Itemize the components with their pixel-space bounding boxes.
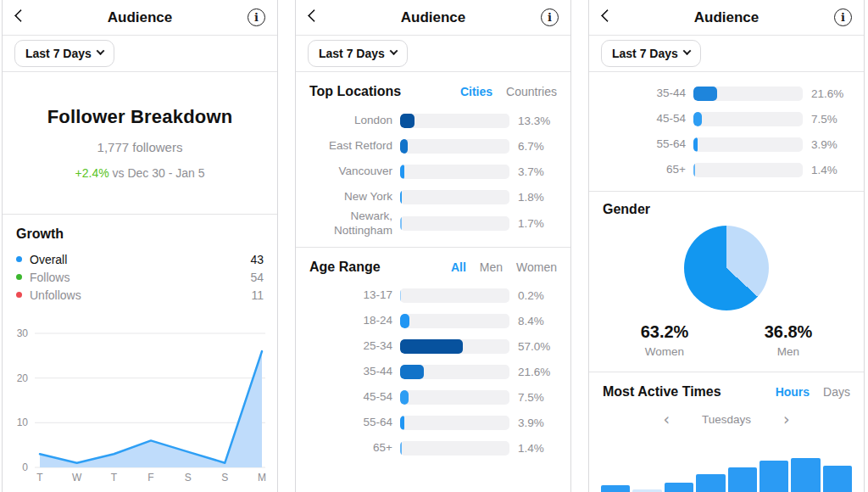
delta-period: vs Dec 30 - Jan 5 xyxy=(109,166,205,180)
bar-fill xyxy=(400,139,408,154)
svg-text:T: T xyxy=(111,472,118,484)
svg-text:S: S xyxy=(221,472,228,484)
bar-fill xyxy=(400,190,402,204)
svg-text:20: 20 xyxy=(17,372,29,384)
back-chevron-icon[interactable] xyxy=(601,9,615,23)
women-label: Women xyxy=(603,345,726,358)
chevron-down-icon xyxy=(389,47,398,55)
bar-row: 55-643.9% xyxy=(603,131,850,157)
tab-days[interactable]: Days xyxy=(823,385,850,399)
active-times-header: Most Active Times Hours Days xyxy=(589,372,864,405)
tab-women[interactable]: Women xyxy=(516,260,557,274)
age-range-header: Age Range All Men Women xyxy=(296,248,570,280)
tab-hours[interactable]: Hours xyxy=(776,385,810,399)
svg-text:T: T xyxy=(36,472,43,484)
panel-gender-active-times: Audience i Last 7 Days 35-4421.6%45-547.… xyxy=(588,0,865,492)
bar-value: 21.6% xyxy=(518,366,557,378)
filter-row: Last 7 Days xyxy=(3,36,277,72)
bar-track xyxy=(693,163,803,177)
filter-row: Last 7 Days xyxy=(296,36,570,72)
tab-countries[interactable]: Countries xyxy=(506,85,557,98)
bar-track xyxy=(400,165,509,179)
active-times-tabs: Hours Days xyxy=(776,385,850,399)
follower-count: 1,777 followers xyxy=(97,140,183,154)
bar-label: Newark, Nottingham xyxy=(309,210,392,238)
svg-text:30: 30 xyxy=(17,327,29,339)
back-chevron-icon[interactable] xyxy=(14,9,28,23)
legend-dot-icon xyxy=(16,256,22,262)
men-label: Men xyxy=(726,345,850,358)
bar-track xyxy=(693,112,803,126)
bar-label: Vancouver xyxy=(309,165,392,179)
gender-pie-chart xyxy=(684,226,769,310)
date-range-dropdown[interactable]: Last 7 Days xyxy=(601,40,701,67)
header: Audience i xyxy=(296,0,570,36)
bar-value: 3.9% xyxy=(811,138,850,151)
bar-row: 65+1.4% xyxy=(603,157,850,182)
bar-track xyxy=(400,441,509,456)
activity-bar xyxy=(601,485,630,492)
bar-label: 45-54 xyxy=(309,390,392,405)
info-icon[interactable]: i xyxy=(248,8,265,26)
bar-track xyxy=(693,137,803,152)
age-range-title: Age Range xyxy=(309,260,381,275)
bar-label: East Retford xyxy=(309,139,392,154)
growth-line-chart: 0102030TWTFSSM xyxy=(3,322,277,492)
bar-label: 18-24 xyxy=(309,314,392,328)
bar-fill xyxy=(693,137,698,152)
men-percent: 36.8% xyxy=(726,322,850,342)
bar-fill xyxy=(400,365,424,379)
bar-row: 35-4421.6% xyxy=(309,360,557,385)
chevron-down-icon xyxy=(96,47,104,55)
svg-text:F: F xyxy=(147,472,153,484)
bar-row: 18-248.4% xyxy=(309,309,557,334)
svg-text:M: M xyxy=(258,472,266,484)
page-title: Audience xyxy=(401,9,466,26)
page-title: Audience xyxy=(108,9,173,26)
date-range-dropdown[interactable]: Last 7 Days xyxy=(14,40,114,67)
bar-value: 1.8% xyxy=(518,191,557,204)
active-times-title: Most Active Times xyxy=(603,384,721,400)
locations-tabs: Cities Countries xyxy=(460,85,557,98)
bar-row: London13.3% xyxy=(309,108,557,133)
bar-label: London xyxy=(309,114,392,128)
bar-label: 55-64 xyxy=(603,137,686,152)
bar-label: 25-34 xyxy=(309,339,392,354)
carousel-next-icon[interactable]: › xyxy=(783,411,790,428)
chevron-down-icon xyxy=(682,47,691,55)
tab-men[interactable]: Men xyxy=(480,260,503,274)
header: Audience i xyxy=(589,0,864,36)
bar-fill xyxy=(693,163,695,177)
bar-fill xyxy=(400,165,404,179)
bar-value: 57.0% xyxy=(518,340,557,353)
bar-value: 7.5% xyxy=(518,391,557,404)
bar-row: 13-170.2% xyxy=(309,283,557,309)
carousel-prev-icon[interactable]: ‹ xyxy=(663,411,670,428)
bar-row: 55-643.9% xyxy=(309,411,557,436)
info-icon[interactable]: i xyxy=(541,8,559,26)
bar-row: 25-3457.0% xyxy=(309,334,557,360)
tab-all[interactable]: All xyxy=(451,260,466,274)
bar-value: 1.4% xyxy=(811,164,850,176)
bar-value: 3.9% xyxy=(518,417,557,429)
back-chevron-icon[interactable] xyxy=(308,9,321,23)
date-range-dropdown[interactable]: Last 7 Days xyxy=(308,40,408,67)
bar-fill xyxy=(400,114,415,128)
svg-text:0: 0 xyxy=(22,461,28,473)
tab-cities[interactable]: Cities xyxy=(460,85,492,98)
gender-stats: 63.2% Women 36.8% Men xyxy=(603,322,850,372)
bar-track xyxy=(400,365,509,379)
bar-fill xyxy=(400,390,409,405)
growth-section: Growth Overall43Follows54Unfollows11 xyxy=(3,215,277,322)
follower-summary: Follower Breakdown 1,777 followers +2.4%… xyxy=(3,72,277,214)
legend-row: Follows54 xyxy=(16,268,264,286)
activity-bar xyxy=(760,461,788,492)
men-stat: 36.8% Men xyxy=(726,322,850,358)
bar-fill xyxy=(693,112,702,126)
info-icon[interactable]: i xyxy=(834,8,852,26)
bar-value: 6.7% xyxy=(518,140,557,153)
bar-track xyxy=(400,114,509,128)
age-bar-list: 13-170.2%18-248.4%25-3457.0%35-4421.6%45… xyxy=(296,280,570,470)
bar-track xyxy=(400,339,509,354)
growth-title: Growth xyxy=(16,226,264,242)
